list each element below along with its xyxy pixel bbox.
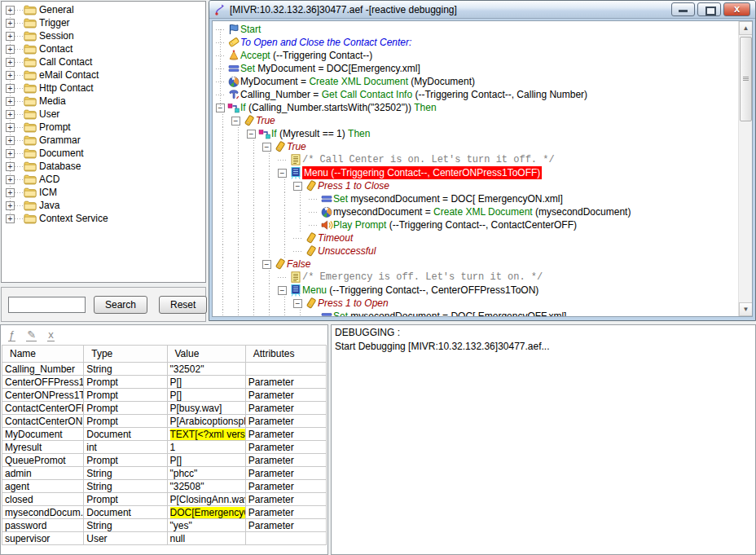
- variable-type-cell[interactable]: Document: [84, 428, 167, 441]
- script-step[interactable]: Set mysecondDocument = DOC[ EmergencyON.…: [213, 192, 738, 205]
- variable-attributes-cell[interactable]: Parameter: [245, 428, 326, 441]
- variable-attributes-cell[interactable]: Parameter: [245, 519, 326, 532]
- script-step[interactable]: mysecondDocument = Create XML Document (…: [213, 205, 738, 218]
- variable-attributes-cell[interactable]: Parameter: [245, 493, 326, 506]
- script-step[interactable]: Calling_Number = Get Call Contact Info (…: [213, 88, 738, 101]
- variable-row[interactable]: supervisorUsernull: [2, 532, 327, 545]
- variable-name-cell[interactable]: mysecondDocum...: [2, 506, 84, 519]
- variable-row[interactable]: passwordString"yes"Parameter: [2, 519, 327, 532]
- variable-type-cell[interactable]: Prompt: [84, 493, 167, 506]
- expand-plus-icon[interactable]: +: [6, 32, 15, 41]
- variable-row[interactable]: ContactCenterONPromptP[Arabicoptionsph..…: [2, 415, 327, 428]
- variable-name-cell[interactable]: Myresult: [2, 441, 84, 454]
- expand-plus-icon[interactable]: +: [6, 71, 15, 80]
- variable-attributes-cell[interactable]: Parameter: [245, 480, 326, 493]
- scrollbar-thumb[interactable]: [740, 37, 752, 121]
- variable-name-cell[interactable]: Calling_Number: [2, 363, 84, 376]
- column-header-name[interactable]: Name: [2, 346, 84, 363]
- variable-type-cell[interactable]: int: [84, 441, 167, 454]
- variable-name-cell[interactable]: CenterONPress1T...: [2, 389, 84, 402]
- expand-plus-icon[interactable]: +: [6, 201, 15, 210]
- reset-button[interactable]: Reset: [159, 296, 207, 314]
- script-step[interactable]: −True: [213, 114, 738, 127]
- expand-plus-icon[interactable]: +: [6, 45, 15, 54]
- script-step[interactable]: −True: [213, 140, 738, 153]
- palette-item-general[interactable]: +General: [2, 3, 205, 16]
- variable-attributes-cell[interactable]: Parameter: [245, 415, 326, 428]
- variable-name-cell[interactable]: supervisor: [2, 532, 84, 545]
- restore-button[interactable]: [697, 2, 721, 16]
- variable-row[interactable]: Calling_NumberString"32502": [2, 363, 327, 376]
- variable-type-cell[interactable]: String: [84, 480, 167, 493]
- variable-name-cell[interactable]: closed: [2, 493, 84, 506]
- expand-plus-icon[interactable]: +: [6, 6, 15, 15]
- script-step[interactable]: Accept (--Triggering Contact--): [213, 49, 738, 62]
- delete-variable-icon[interactable]: x: [47, 329, 55, 341]
- script-step[interactable]: Unsuccessful: [213, 244, 738, 258]
- palette-item-session[interactable]: +Session: [2, 29, 205, 42]
- variable-value-cell[interactable]: "phcc": [167, 467, 245, 480]
- script-step[interactable]: Start: [213, 23, 738, 36]
- variable-name-cell[interactable]: ContactCenterOFF: [2, 402, 84, 415]
- expand-plus-icon[interactable]: +: [6, 149, 15, 158]
- variable-type-cell[interactable]: Prompt: [84, 402, 167, 415]
- variable-name-cell[interactable]: QueuePromot: [2, 454, 84, 467]
- expand-plus-icon[interactable]: +: [6, 19, 15, 28]
- expand-plus-icon[interactable]: +: [6, 214, 15, 223]
- expand-minus-icon[interactable]: −: [231, 117, 240, 126]
- variable-value-cell[interactable]: TEXT[<?xml versi...: [167, 428, 245, 441]
- scroll-down-icon[interactable]: ▼: [739, 302, 753, 316]
- palette-item-email-contact[interactable]: +eMail Contact: [2, 68, 205, 81]
- variable-value-cell[interactable]: P[ClosingAnn.wav]: [167, 493, 245, 506]
- variable-value-cell[interactable]: P[]: [167, 389, 245, 402]
- script-step[interactable]: −If (Calling_Number.startsWith("32502"))…: [213, 101, 738, 114]
- variable-type-cell[interactable]: Prompt: [84, 454, 167, 467]
- script-step[interactable]: To Open and Close the Contact Center:: [213, 36, 738, 49]
- variable-value-cell[interactable]: "32502": [167, 363, 245, 376]
- variable-type-cell[interactable]: User: [84, 532, 167, 545]
- variable-value-cell[interactable]: "32508": [167, 480, 245, 493]
- palette-item-grammar[interactable]: +Grammar: [2, 134, 205, 147]
- variable-value-cell[interactable]: "yes": [167, 519, 245, 532]
- variable-row[interactable]: Myresultint1Parameter: [2, 441, 327, 454]
- palette-item-trigger[interactable]: +Trigger: [2, 16, 205, 29]
- expand-minus-icon[interactable]: −: [293, 182, 302, 191]
- variable-row[interactable]: mysecondDocum...DocumentDOC[EmergencyO..…: [2, 506, 327, 519]
- variable-type-cell[interactable]: Prompt: [84, 376, 167, 389]
- script-step[interactable]: /* Emergency is off. Let's turn it on. *…: [213, 271, 738, 284]
- expand-plus-icon[interactable]: +: [6, 175, 15, 184]
- variable-value-cell[interactable]: null: [167, 532, 245, 545]
- expand-plus-icon[interactable]: +: [6, 136, 15, 145]
- variable-value-cell[interactable]: 1: [167, 441, 245, 454]
- variable-row[interactable]: MyDocumentDocumentTEXT[<?xml versi...Par…: [2, 428, 327, 441]
- variable-type-cell[interactable]: Document: [84, 506, 167, 519]
- variable-name-cell[interactable]: agent: [2, 480, 84, 493]
- variable-type-cell[interactable]: String: [84, 519, 167, 532]
- column-header-attributes[interactable]: Attributes: [245, 346, 326, 363]
- expand-minus-icon[interactable]: −: [278, 169, 287, 178]
- variable-name-cell[interactable]: MyDocument: [2, 428, 84, 441]
- palette-item-user[interactable]: +User: [2, 108, 205, 121]
- script-step[interactable]: −Menu (--Triggering Contact--, CenterONP…: [213, 166, 738, 179]
- variable-row[interactable]: closedPromptP[ClosingAnn.wav]Parameter: [2, 493, 327, 506]
- variable-value-cell[interactable]: P[]: [167, 454, 245, 467]
- expand-minus-icon[interactable]: −: [247, 130, 256, 139]
- edit-variable-icon[interactable]: ✎: [26, 329, 37, 341]
- expand-plus-icon[interactable]: +: [6, 162, 15, 171]
- palette-item-media[interactable]: +Media: [2, 95, 205, 108]
- script-step[interactable]: −False: [213, 258, 738, 271]
- expand-plus-icon[interactable]: +: [6, 188, 15, 197]
- script-step[interactable]: Timeout: [213, 231, 738, 244]
- expand-plus-icon[interactable]: +: [6, 110, 15, 119]
- expand-minus-icon[interactable]: −: [216, 104, 225, 112]
- variable-attributes-cell[interactable]: Parameter: [245, 454, 326, 467]
- variable-row[interactable]: agentString"32508"Parameter: [2, 480, 327, 493]
- variable-attributes-cell[interactable]: [245, 532, 326, 545]
- variable-type-cell[interactable]: Prompt: [84, 389, 167, 402]
- script-step[interactable]: −Menu (--Triggering Contact--, CenterOFF…: [213, 284, 738, 297]
- script-window-titlebar[interactable]: [MIVR:10.32.132.36]30477.aef -[reactive …: [209, 1, 755, 19]
- variable-attributes-cell[interactable]: Parameter: [245, 467, 326, 480]
- expand-minus-icon[interactable]: −: [293, 299, 302, 308]
- variable-type-cell[interactable]: Prompt: [84, 415, 167, 428]
- expand-minus-icon[interactable]: −: [262, 260, 271, 269]
